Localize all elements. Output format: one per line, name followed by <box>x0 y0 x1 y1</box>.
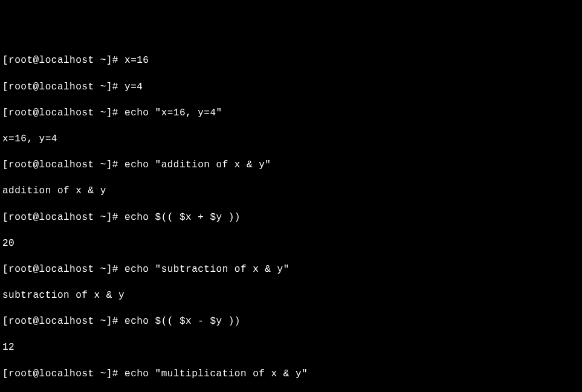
shell-prompt: [root@localhost ~]# <box>2 82 124 92</box>
terminal-command-line: [root@localhost ~]# echo $(( $x - $y )) <box>2 315 580 329</box>
terminal-output-line: addition of x & y <box>2 185 580 198</box>
terminal-command-line: [root@localhost ~]# echo "x=16, y=4" <box>2 107 580 120</box>
shell-prompt: [root@localhost ~]# <box>2 264 124 275</box>
terminal-command-line: [root@localhost ~]# echo "multiplication… <box>2 368 580 381</box>
terminal-output-line: subtraction of x & y <box>2 289 580 303</box>
shell-prompt: [root@localhost ~]# <box>2 212 124 223</box>
command-text: echo $(( $x - $y )) <box>124 316 241 327</box>
command-text: echo "x=16, y=4" <box>124 108 222 118</box>
terminal-output-line: 20 <box>2 237 580 251</box>
terminal-output-line: x=16, y=4 <box>2 133 580 146</box>
shell-prompt: [root@localhost ~]# <box>2 368 124 379</box>
command-text: echo "subtraction of x & y" <box>124 264 289 275</box>
shell-prompt: [root@localhost ~]# <box>2 159 124 170</box>
command-text: echo "multiplication of x & y" <box>124 368 308 379</box>
command-text: y=4 <box>124 82 143 92</box>
terminal-command-line: [root@localhost ~]# echo "subtraction of… <box>2 263 580 277</box>
command-text: x=16 <box>124 55 149 66</box>
shell-prompt: [root@localhost ~]# <box>2 55 124 66</box>
terminal-output-line: 12 <box>2 341 580 355</box>
terminal-command-line: [root@localhost ~]# x=16 <box>2 54 580 68</box>
terminal-command-line: [root@localhost ~]# echo $(( $x + $y )) <box>2 211 580 225</box>
shell-prompt: [root@localhost ~]# <box>2 108 124 118</box>
terminal-output[interactable]: [root@localhost ~]# x=16 [root@localhost… <box>2 54 580 392</box>
terminal-command-line: [root@localhost ~]# y=4 <box>2 81 580 94</box>
shell-prompt: [root@localhost ~]# <box>2 316 124 327</box>
command-text: echo "addition of x & y" <box>124 159 271 170</box>
terminal-command-line: [root@localhost ~]# echo "addition of x … <box>2 159 580 172</box>
command-text: echo $(( $x + $y )) <box>124 212 241 223</box>
